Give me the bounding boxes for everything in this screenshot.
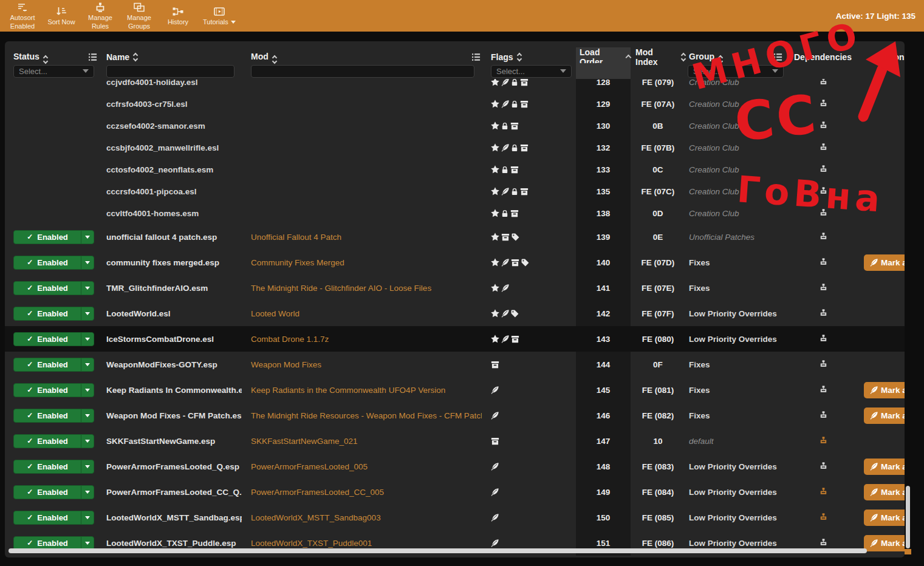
status-dropdown-caret[interactable] bbox=[81, 231, 94, 244]
table-row[interactable]: ✓Enabled TMR_GlitchfinderAIO.esm The Mid… bbox=[5, 275, 905, 301]
mod-link[interactable]: The Midnight Ride Resources - Weapon Mod… bbox=[251, 411, 482, 420]
status-dropdown-caret[interactable] bbox=[81, 282, 94, 295]
dependencies-icon[interactable] bbox=[819, 121, 828, 130]
table-row[interactable]: ✓Enabled PowerArmorFramesLooted_CC_Q.esp… bbox=[5, 479, 905, 505]
group-by-list-icon[interactable] bbox=[471, 53, 481, 61]
plugin-status-toggle[interactable]: ✓Enabled bbox=[13, 230, 94, 244]
dependencies-icon[interactable] bbox=[819, 335, 828, 343]
mark-as-button[interactable]: Mark as bbox=[864, 407, 905, 424]
column-header-name[interactable]: Name bbox=[97, 52, 242, 62]
mod-link[interactable]: LootedWorldX_MSTT_Sandbag003 bbox=[251, 513, 381, 522]
table-row[interactable]: ✓Enabled Keep Radiants In Commonwealth.e… bbox=[5, 377, 905, 403]
manage-groups-button[interactable]: Manage Groups bbox=[125, 1, 153, 31]
table-row[interactable]: cccrsfo4001-pipcoa.esl 135 FE (07C) Crea… bbox=[5, 180, 905, 202]
column-header-group[interactable]: Group bbox=[689, 52, 722, 63]
dependencies-icon[interactable] bbox=[819, 539, 828, 547]
dependencies-icon[interactable] bbox=[819, 187, 828, 196]
plugin-status-toggle[interactable]: ✓Enabled bbox=[13, 383, 94, 397]
dependencies-icon[interactable] bbox=[819, 411, 828, 420]
plugin-status-toggle[interactable]: ✓Enabled bbox=[13, 332, 94, 346]
dependencies-icon[interactable] bbox=[819, 309, 828, 318]
horizontal-scrollbar[interactable] bbox=[9, 548, 867, 553]
table-row[interactable]: ✓Enabled WeaponModFixes-GOTY.esp Weapon … bbox=[5, 352, 905, 377]
table-row[interactable]: ccsbjfo4002_manwellrifle.esl 132 FE (07B… bbox=[5, 137, 905, 159]
status-dropdown-caret[interactable] bbox=[81, 256, 94, 269]
mod-filter-input[interactable] bbox=[251, 65, 474, 78]
mark-as-button[interactable]: Mark as bbox=[864, 254, 905, 271]
mark-as-button[interactable]: Mark as bbox=[864, 484, 905, 500]
dependencies-icon[interactable] bbox=[819, 143, 828, 152]
dependencies-icon[interactable] bbox=[819, 437, 828, 445]
mark-as-button[interactable]: Mark as bbox=[864, 459, 905, 475]
dependencies-icon[interactable] bbox=[819, 462, 828, 471]
status-dropdown-caret[interactable] bbox=[81, 333, 94, 346]
dependencies-icon[interactable] bbox=[819, 100, 828, 108]
status-dropdown-caret[interactable] bbox=[81, 460, 94, 473]
column-header-dependencies[interactable]: Dependencies bbox=[784, 52, 863, 62]
mod-link[interactable]: SKKFastStartNewGame_021 bbox=[251, 437, 358, 446]
plugin-status-toggle[interactable]: ✓Enabled bbox=[13, 358, 94, 372]
history-button[interactable]: History bbox=[164, 5, 192, 27]
dependencies-icon[interactable] bbox=[819, 233, 828, 241]
plugin-status-toggle[interactable]: ✓Enabled bbox=[13, 281, 94, 295]
mod-link[interactable]: PowerArmorFramesLooted_005 bbox=[251, 462, 368, 471]
status-dropdown-caret[interactable] bbox=[81, 384, 94, 397]
tutorials-button[interactable]: Tutorials bbox=[203, 5, 236, 27]
sort-now-button[interactable]: Sort Now bbox=[47, 5, 75, 27]
status-dropdown-caret[interactable] bbox=[81, 358, 94, 371]
column-header-status[interactable]: Status bbox=[13, 52, 47, 63]
mod-link[interactable]: LootedWorldX_TXST_Puddle001 bbox=[251, 539, 372, 548]
plugin-status-toggle[interactable]: ✓Enabled bbox=[13, 511, 94, 525]
mod-link[interactable]: Keep Radiants in the Commonwealth UFO4P … bbox=[251, 386, 445, 395]
mod-link[interactable]: Unofficial Fallout 4 Patch bbox=[251, 233, 341, 242]
mod-link[interactable]: PowerArmorFramesLooted_CC_005 bbox=[251, 488, 384, 497]
status-dropdown-caret[interactable] bbox=[81, 409, 94, 422]
status-dropdown-caret[interactable] bbox=[81, 486, 94, 499]
flags-filter-select[interactable]: Select... bbox=[491, 65, 572, 78]
vertical-scrollbar[interactable] bbox=[906, 486, 910, 548]
table-row[interactable]: ✓Enabled PowerArmorFramesLooted_Q.esp Po… bbox=[5, 454, 905, 479]
group-by-list-icon[interactable] bbox=[88, 53, 97, 61]
dependencies-icon[interactable] bbox=[819, 79, 828, 86]
table-row[interactable]: ccfrsfo4003-cr75l.esl 129 FE (07A) Creat… bbox=[5, 93, 905, 115]
group-by-list-icon[interactable] bbox=[773, 53, 782, 61]
table-row[interactable]: ccvltfo4001-homes.esm 138 0D Creation Cl… bbox=[5, 202, 905, 224]
dependencies-icon[interactable] bbox=[819, 386, 828, 394]
status-filter-select[interactable]: Select... bbox=[13, 65, 94, 78]
mark-as-button[interactable]: Mark as bbox=[864, 510, 905, 526]
dependencies-icon[interactable] bbox=[819, 488, 828, 496]
table-row[interactable]: cctosfo4002_neonflats.esm 133 0C Creatio… bbox=[5, 159, 905, 180]
mod-link[interactable]: Combat Drone 1.1.7z bbox=[251, 335, 329, 344]
dependencies-icon[interactable] bbox=[819, 360, 828, 369]
plugin-status-toggle[interactable]: ✓Enabled bbox=[13, 409, 94, 423]
table-row[interactable]: ✓Enabled community fixes merged.esp Comm… bbox=[5, 250, 905, 275]
mark-as-button[interactable]: Mark as bbox=[864, 535, 905, 551]
group-filter-select[interactable]: Select... bbox=[688, 65, 784, 78]
manage-rules-button[interactable]: Manage Rules bbox=[86, 1, 114, 31]
plugin-status-toggle[interactable]: ✓Enabled bbox=[13, 485, 94, 499]
mod-link[interactable]: The Midnight Ride - Glitchfinder AIO - L… bbox=[251, 284, 431, 293]
dependencies-icon[interactable] bbox=[819, 284, 828, 292]
status-dropdown-caret[interactable] bbox=[81, 511, 94, 524]
plugin-status-toggle[interactable]: ✓Enabled bbox=[13, 256, 94, 270]
plugin-status-toggle[interactable]: ✓Enabled bbox=[13, 460, 94, 474]
table-row[interactable]: ✓Enabled unofficial fallout 4 patch.esp … bbox=[5, 224, 905, 250]
mod-link[interactable]: Weapon Mod Fixes bbox=[251, 360, 321, 369]
table-row[interactable]: ✓Enabled LootedWorldX_MSTT_Sandbag.esp L… bbox=[5, 505, 905, 530]
status-dropdown-caret[interactable] bbox=[81, 435, 94, 448]
dependencies-icon[interactable] bbox=[819, 209, 828, 217]
name-filter-input[interactable] bbox=[106, 65, 234, 78]
column-header-flags[interactable]: Flags bbox=[482, 52, 576, 62]
column-header-mod[interactable]: Mod bbox=[251, 52, 276, 63]
mod-link[interactable]: Community Fixes Merged bbox=[251, 258, 344, 267]
table-row[interactable]: ✓Enabled Weapon Mod Fixes - CFM Patch.es… bbox=[5, 403, 905, 428]
plugin-status-toggle[interactable]: ✓Enabled bbox=[13, 434, 94, 448]
dependencies-icon[interactable] bbox=[819, 165, 828, 174]
status-dropdown-caret[interactable] bbox=[81, 307, 94, 320]
table-row[interactable]: ccjvdfo4001-holiday.esl 128 FE (079) Cre… bbox=[5, 79, 905, 93]
table-row[interactable]: ✓Enabled IceStormsCombatDrone.esl Combat… bbox=[5, 326, 905, 352]
status-dropdown-caret[interactable] bbox=[81, 537, 94, 550]
table-row[interactable]: ✓Enabled LootedWorld.esl Looted World 14… bbox=[5, 301, 905, 326]
table-row[interactable]: ✓Enabled SKKFastStartNewGame.esp SKKFast… bbox=[5, 428, 905, 454]
mark-as-button[interactable]: Mark as bbox=[864, 382, 905, 398]
